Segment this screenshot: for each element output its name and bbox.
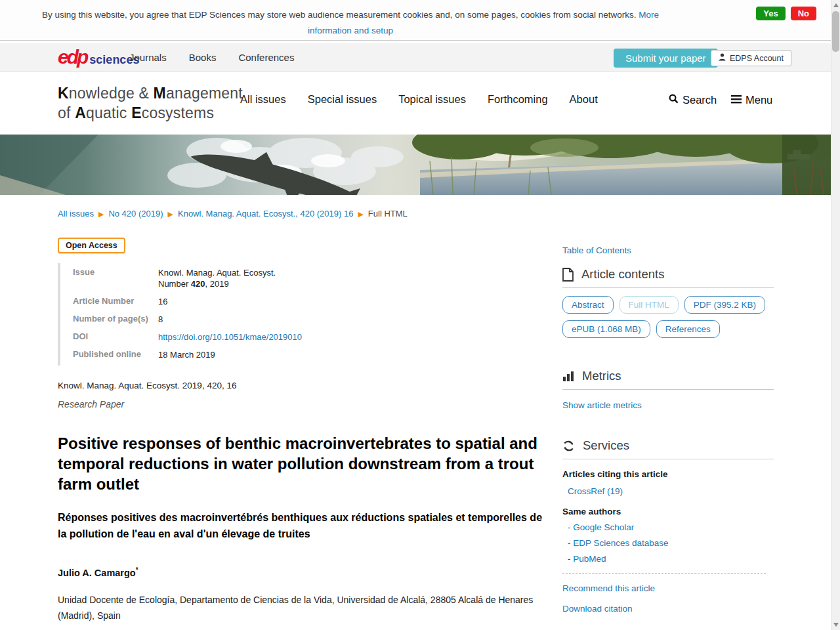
author-affiliation: Unidad Docente de Ecología, Departamento… [58,592,543,623]
nav-all-issues[interactable]: All issues [240,93,286,106]
edp-database-link[interactable]: EDP Sciences database [573,538,668,548]
scrollbar-thumb[interactable] [832,11,839,52]
info-article-number-value: 16 [158,296,543,307]
pubmed-link[interactable]: PubMed [573,554,606,564]
article-title-french: Réponses positives des macroinvertébrés … [58,509,543,542]
submit-paper-button[interactable]: Submit your paper [614,49,718,68]
edp-nav-journals[interactable]: Journals [129,52,167,63]
info-issue-number-pre: Number [158,279,191,289]
article-citation: Knowl. Manag. Aquat. Ecosyst. 2019, 420,… [58,381,543,390]
search-button[interactable]: Search [669,94,717,106]
journal-title-part: cosystems [142,104,214,121]
nav-about[interactable]: About [570,93,598,106]
references-button[interactable]: References [656,320,720,338]
info-pages-label: Number of page(s) [73,314,158,325]
edp-header: edp sciences Journals Books Conferences … [0,43,840,72]
nav-topical-issues[interactable]: Topical issues [398,93,466,106]
scroll-up-icon[interactable] [833,3,839,7]
edp-nav-books[interactable]: Books [189,52,217,63]
journal-nav: All issues Special issues Topical issues… [240,93,598,106]
info-issue-value: Knowl. Manag. Aquat. Ecosyst. Number 420… [158,267,543,289]
info-doi-label: DOI [73,331,158,343]
list-bullet: - [568,538,573,548]
author-asterisk: * [136,566,138,574]
breadcrumb: All issues▶No 420 (2019)▶Knowl. Manag. A… [58,209,408,219]
breadcrumb-article[interactable]: Knowl. Manag. Aquat. Ecosyst., 420 (2019… [178,209,353,219]
edps-account-button[interactable]: EDPS Account [711,50,791,66]
cookie-no-button[interactable]: No [791,7,816,20]
nav-special-issues[interactable]: Special issues [308,93,377,106]
info-pages-value: 8 [158,314,543,325]
paper-type: Research Paper [58,399,543,410]
menu-button[interactable]: Menu [731,94,772,106]
cookie-message: By using this website, you agree that ED… [22,7,679,39]
metrics-section: Metrics Show article metrics [562,369,774,411]
cookie-message-text: By using this website, you agree that ED… [42,10,639,20]
journal-header: Knowledge & Management of Aquatic Ecosys… [0,72,840,135]
services-section: Services Articles citing this article Cr… [562,438,774,614]
show-article-metrics-link[interactable]: Show article metrics [562,400,642,410]
recommend-article-link[interactable]: Recommend this article [562,583,655,593]
person-icon [719,53,726,63]
article-info-block: Issue Knowl. Manag. Aquat. Ecosyst. Numb… [58,263,543,366]
pdf-button[interactable]: PDF (395.2 KB) [684,296,765,314]
article-title: Positive responses of benthic macroinver… [58,433,543,494]
journal-title-part: quatic [86,104,131,121]
metrics-title: Metrics [582,369,621,383]
journal-title-part: M [154,85,166,102]
breadcrumb-separator-icon: ▶ [358,210,363,218]
breadcrumb-current: Full HTML [368,209,408,219]
info-published-label: Published online [73,349,158,360]
hero-image [0,135,840,195]
journal-title-part: nowledge & [69,85,154,102]
author-name[interactable]: Julio A. Camargo [58,568,136,578]
cookie-banner: By using this website, you agree that ED… [0,0,840,41]
journal-title-part: of [58,104,75,121]
breadcrumb-separator-icon: ▶ [168,210,173,218]
cookie-yes-button[interactable]: Yes [756,7,785,20]
info-article-number-label: Article Number [73,296,158,307]
article-main: Open Access Issue Knowl. Manag. Aquat. E… [58,238,543,630]
epub-button[interactable]: ePUB (1.068 MB) [562,320,650,338]
info-issue-number: 420 [191,279,205,289]
breadcrumb-issue[interactable]: No 420 (2019) [108,209,163,219]
author-line: Julio A. Camargo* [58,566,543,578]
doi-link[interactable]: https://doi.org/10.1051/kmae/2019010 [158,332,302,342]
scroll-down-icon[interactable] [833,623,839,627]
menu-label: Menu [746,94,772,106]
document-icon [562,268,574,282]
cookie-actions: Yes No [756,7,816,20]
edp-nav-conferences[interactable]: Conferences [238,52,294,63]
open-access-badge[interactable]: Open Access [58,238,125,253]
journal-title-part: anagement [166,85,243,102]
hero-river-illustration [0,135,840,195]
breadcrumb-separator-icon: ▶ [98,210,104,218]
article-contents-title: Article contents [581,267,664,282]
list-bullet: - [568,554,573,564]
nav-forthcoming[interactable]: Forthcoming [488,93,548,106]
search-label: Search [682,94,717,106]
sidebar: Table of Contents Article contents Abstr… [562,244,774,630]
journal-title-part: A [75,104,86,121]
breadcrumb-all-issues[interactable]: All issues [58,209,94,219]
info-published-value: 18 March 2019 [158,349,543,360]
journal-logo-title[interactable]: Knowledge & Management of Aquatic Ecosys… [58,83,243,123]
same-authors-label: Same authors [562,507,774,516]
edp-logo-edp: edp [58,47,87,68]
search-icon [669,94,679,106]
edp-sciences-logo[interactable]: edp sciences [58,47,139,68]
journal-title-part: E [131,104,142,121]
article-contents-section: Article contents Abstract Full HTML PDF … [562,267,774,345]
google-scholar-link[interactable]: Google Scholar [573,522,634,532]
vertical-scrollbar[interactable] [831,0,840,630]
abstract-button[interactable]: Abstract [562,296,614,314]
services-title: Services [583,438,629,453]
dashed-divider [562,573,766,574]
article-contents-buttons: Abstract Full HTML PDF (395.2 KB) ePUB (… [562,296,774,345]
info-issue-year: , 2019 [205,279,229,289]
table-of-contents-link[interactable]: Table of Contents [562,245,631,255]
download-citation-link[interactable]: Download citation [562,604,633,614]
bar-chart-icon [562,370,574,382]
crossref-link[interactable]: CrossRef (19) [568,486,623,496]
info-issue-label: Issue [73,267,158,289]
